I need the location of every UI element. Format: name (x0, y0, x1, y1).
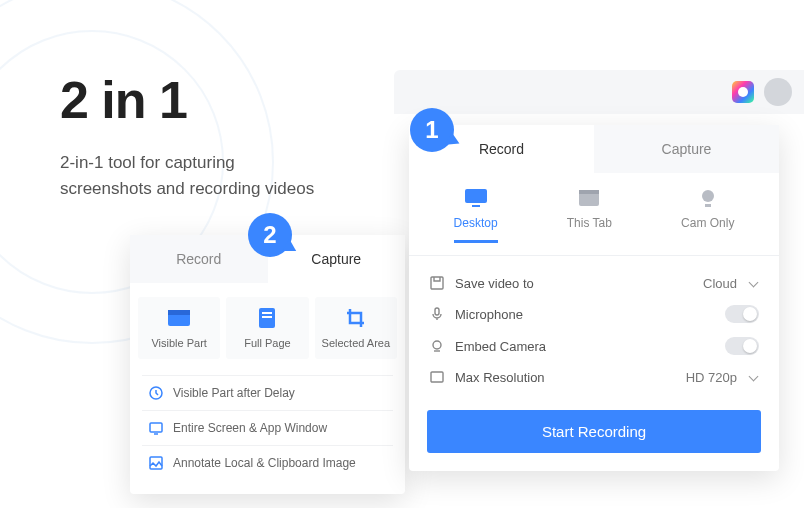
setting-resolution[interactable]: Max Resolution HD 720p (429, 362, 759, 392)
record-panel: Record Capture Desktop This Tab Cam Only… (409, 125, 779, 471)
mode-visible-part[interactable]: Visible Part (138, 297, 220, 359)
record-settings: Save video to Cloud Microphone Embed Cam… (409, 255, 779, 398)
item-visible-delay[interactable]: Visible Part after Delay (142, 375, 393, 410)
mode-cam-only[interactable]: Cam Only (681, 187, 734, 243)
camera-icon (695, 187, 721, 209)
visible-part-icon (167, 307, 191, 329)
resolution-value: HD 720p (686, 370, 737, 385)
screen-icon (148, 420, 164, 436)
svg-rect-8 (465, 189, 487, 203)
svg-rect-9 (472, 205, 480, 207)
profile-avatar[interactable] (764, 78, 792, 106)
record-modes: Desktop This Tab Cam Only (409, 173, 779, 243)
hd-icon (429, 369, 445, 385)
item-annotate[interactable]: Annotate Local & Clipboard Image (142, 445, 393, 480)
chevron-down-icon (750, 373, 759, 382)
clock-icon (148, 385, 164, 401)
setting-microphone: Microphone (429, 298, 759, 330)
extension-icon[interactable] (732, 81, 754, 103)
svg-rect-1 (168, 310, 190, 315)
microphone-toggle[interactable] (725, 305, 759, 323)
svg-point-12 (702, 190, 714, 202)
mode-selected-area[interactable]: Selected Area (315, 297, 397, 359)
tabs: Record Capture (409, 125, 779, 173)
desktop-icon (463, 187, 489, 209)
mode-desktop[interactable]: Desktop (454, 187, 498, 243)
callout-badge-2: 2 (248, 213, 292, 257)
tab-icon (576, 187, 602, 209)
full-page-icon (255, 307, 279, 329)
svg-rect-3 (262, 312, 272, 314)
embed-camera-toggle[interactable] (725, 337, 759, 355)
svg-rect-13 (705, 204, 711, 207)
setting-embed-camera: Embed Camera (429, 330, 759, 362)
svg-point-16 (433, 341, 441, 349)
svg-rect-11 (579, 190, 599, 194)
crop-icon (344, 307, 368, 329)
svg-rect-6 (150, 423, 162, 432)
item-entire-screen[interactable]: Entire Screen & App Window (142, 410, 393, 445)
tab-capture[interactable]: Capture (594, 125, 779, 173)
capture-modes: Visible Part Full Page Selected Area (130, 283, 405, 369)
hero-block: 2 in 1 2-in-1 tool for capturing screens… (60, 70, 314, 201)
svg-rect-4 (262, 316, 272, 318)
start-recording-button[interactable]: Start Recording (427, 410, 761, 453)
hero-title: 2 in 1 (60, 70, 314, 130)
svg-rect-17 (431, 372, 443, 382)
svg-rect-15 (435, 308, 439, 315)
capture-list: Visible Part after Delay Entire Screen &… (130, 369, 405, 494)
save-icon (429, 275, 445, 291)
mode-this-tab[interactable]: This Tab (567, 187, 612, 243)
capture-panel: Record Capture Visible Part Full Page Se… (130, 235, 405, 494)
microphone-icon (429, 306, 445, 322)
browser-toolbar (394, 70, 804, 114)
setting-save-to[interactable]: Save video to Cloud (429, 268, 759, 298)
svg-rect-14 (431, 277, 443, 289)
hero-subtitle: 2-in-1 tool for capturing screenshots an… (60, 150, 314, 201)
image-icon (148, 455, 164, 471)
tab-record[interactable]: Record (130, 235, 268, 283)
embed-camera-icon (429, 338, 445, 354)
mode-full-page[interactable]: Full Page (226, 297, 308, 359)
save-value: Cloud (703, 276, 737, 291)
chevron-down-icon (750, 279, 759, 288)
callout-badge-1: 1 (410, 108, 454, 152)
